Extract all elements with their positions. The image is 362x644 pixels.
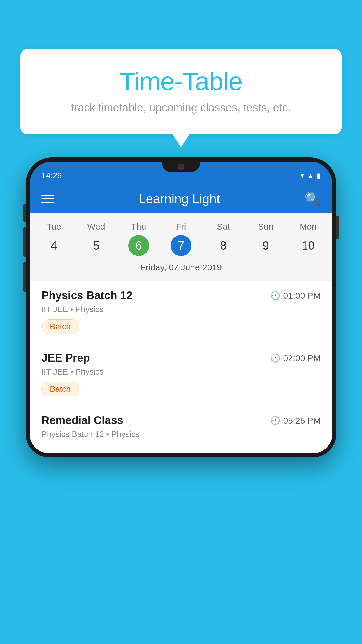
clock-icon: 🕐 bbox=[270, 353, 280, 363]
volume-down-button bbox=[23, 262, 26, 292]
calendar-day-7[interactable]: Fri7 bbox=[171, 222, 191, 256]
calendar-day-4[interactable]: Tue4 bbox=[43, 222, 64, 256]
tooltip-title: Time-Table bbox=[35, 66, 327, 96]
status-time: 14:29 bbox=[41, 171, 62, 180]
day-number: 10 bbox=[298, 235, 319, 256]
day-label: Sun bbox=[258, 222, 273, 232]
signal-icon: ▲ bbox=[307, 172, 314, 180]
schedule-item-name: Physics Batch 12 bbox=[41, 289, 133, 302]
schedule-item[interactable]: Remedial Class🕐 05:25 PMPhysics Batch 12… bbox=[30, 405, 332, 453]
day-number: 7 bbox=[171, 235, 191, 256]
tooltip-subtitle: track timetable, upcoming classes, tests… bbox=[35, 102, 327, 114]
selected-date-label: Friday, 07 June 2019 bbox=[33, 258, 329, 278]
batch-badge: Batch bbox=[41, 382, 79, 396]
schedule-item-time: 🕐 01:00 PM bbox=[270, 291, 321, 301]
schedule-item-name: Remedial Class bbox=[41, 414, 123, 427]
wifi-icon: ▾ bbox=[301, 172, 304, 180]
menu-button[interactable] bbox=[41, 195, 54, 203]
app-bar: Learning Light 🔍 bbox=[30, 185, 332, 213]
calendar-day-6[interactable]: Thu6 bbox=[128, 222, 149, 256]
status-icons: ▾ ▲ ▮ bbox=[301, 172, 321, 180]
day-number: 5 bbox=[86, 235, 107, 256]
status-bar: 14:29 ▾ ▲ ▮ bbox=[30, 162, 332, 185]
phone-outer: 14:29 ▾ ▲ ▮ Learning Light 🔍 bbox=[26, 158, 336, 457]
tooltip-card: Time-Table track timetable, upcoming cla… bbox=[20, 49, 342, 134]
day-label: Tue bbox=[46, 222, 61, 232]
clock-icon: 🕐 bbox=[270, 416, 280, 425]
day-number: 8 bbox=[213, 235, 234, 256]
schedule-item[interactable]: Physics Batch 12🕐 01:00 PMIIT JEE • Phys… bbox=[30, 281, 332, 343]
schedule-item-header: JEE Prep🕐 02:00 PM bbox=[41, 352, 321, 364]
day-number: 6 bbox=[128, 235, 149, 256]
calendar-day-9[interactable]: Sun9 bbox=[255, 222, 276, 256]
phone-screen: 14:29 ▾ ▲ ▮ Learning Light 🔍 bbox=[30, 162, 332, 453]
day-label: Mon bbox=[300, 222, 317, 232]
calendar-day-10[interactable]: Mon10 bbox=[298, 222, 319, 256]
phone-mockup: 14:29 ▾ ▲ ▮ Learning Light 🔍 bbox=[26, 158, 336, 644]
schedule-item-time: 🕐 05:25 PM bbox=[270, 416, 321, 426]
schedule-list: Physics Batch 12🕐 01:00 PMIIT JEE • Phys… bbox=[30, 281, 332, 453]
front-camera bbox=[178, 164, 184, 170]
batch-badge: Batch bbox=[41, 319, 79, 334]
calendar-day-8[interactable]: Sat8 bbox=[213, 222, 234, 256]
day-number: 9 bbox=[255, 235, 276, 256]
schedule-item-header: Remedial Class🕐 05:25 PM bbox=[41, 414, 321, 427]
schedule-item[interactable]: JEE Prep🕐 02:00 PMIIT JEE • PhysicsBatch bbox=[30, 343, 332, 405]
volume-up-button bbox=[23, 228, 26, 257]
schedule-item-sub: IIT JEE • Physics bbox=[41, 305, 321, 314]
day-label: Wed bbox=[87, 222, 105, 232]
schedule-item-sub: IIT JEE • Physics bbox=[41, 367, 321, 377]
power-button bbox=[336, 216, 339, 239]
day-number: 4 bbox=[43, 235, 64, 256]
search-button[interactable]: 🔍 bbox=[305, 191, 321, 206]
app-title: Learning Light bbox=[139, 192, 220, 206]
calendar-day-5[interactable]: Wed5 bbox=[86, 222, 107, 256]
schedule-item-sub: Physics Batch 12 • Physics bbox=[41, 430, 321, 439]
schedule-item-header: Physics Batch 12🕐 01:00 PM bbox=[41, 289, 321, 302]
volume-silent-button bbox=[23, 204, 26, 222]
schedule-item-time: 🕐 02:00 PM bbox=[270, 353, 321, 363]
battery-icon: ▮ bbox=[317, 172, 321, 180]
phone-notch bbox=[162, 162, 200, 172]
calendar-days-row: Tue4Wed5Thu6Fri7Sat8Sun9Mon10 bbox=[33, 219, 329, 258]
schedule-item-name: JEE Prep bbox=[41, 352, 90, 364]
day-label: Fri bbox=[176, 222, 186, 232]
clock-icon: 🕐 bbox=[270, 291, 280, 300]
day-label: Thu bbox=[131, 222, 146, 232]
calendar-section: Tue4Wed5Thu6Fri7Sat8Sun9Mon10 Friday, 07… bbox=[30, 213, 332, 281]
day-label: Sat bbox=[217, 222, 230, 232]
